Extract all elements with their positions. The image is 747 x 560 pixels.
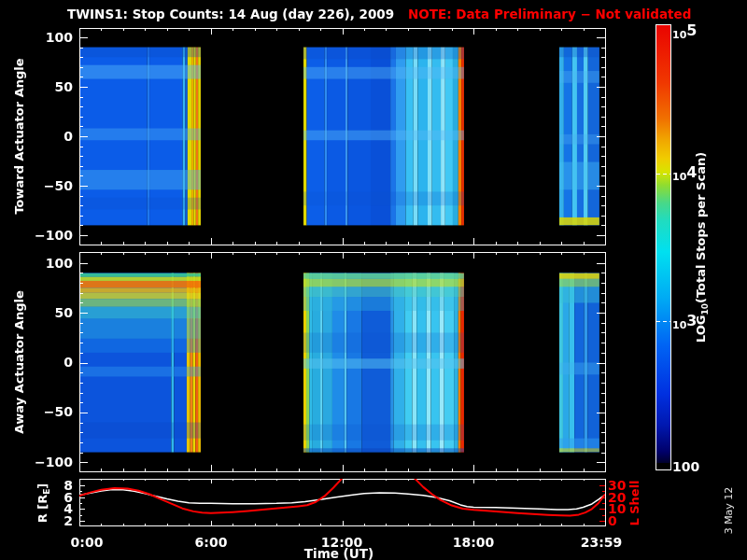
plot-canvas — [0, 0, 747, 560]
away-ytick-m100: −100 — [30, 455, 73, 469]
toward-ytick-m100: −100 — [30, 228, 73, 243]
colorbar-tick-1e5: 105 — [672, 23, 697, 40]
xtick-0600: 6:00 — [178, 535, 244, 550]
away-axis-title: Away Actuator Angle — [12, 290, 27, 433]
lshell-ytick-0: 0 — [608, 513, 617, 528]
away-ytick-100: 100 — [30, 256, 73, 271]
colorbar-title-sub: 10 — [700, 303, 710, 315]
preliminary-note: NOTE: Data Preliminary − Not validated — [408, 7, 691, 21]
page-title: TWINS1: Stop Counts: 14 Aug (day 226), 2… — [67, 7, 394, 21]
plot-page: TWINS1: Stop Counts: 14 Aug (day 226), 2… — [0, 0, 747, 560]
colorbar-title-pre: LOG — [694, 315, 708, 343]
toward-ytick-50: 50 — [30, 79, 73, 94]
xtick-0000: 0:00 — [54, 535, 120, 550]
colorbar-tick-100: 100 — [672, 459, 699, 474]
colorbar-tick-1e5-base: 10 — [672, 30, 686, 40]
away-ytick-0: 0 — [30, 355, 73, 370]
away-ytick-50: 50 — [30, 305, 73, 320]
r-ytick-2: 2 — [30, 513, 73, 528]
colorbar-title-post: (Total Stops per Scan) — [694, 152, 708, 303]
colorbar-tick-1e5-exp: 5 — [686, 23, 697, 38]
colorbar-tick-1e3-base: 10 — [672, 320, 686, 330]
x-axis-title: Time (UT) — [304, 546, 374, 560]
toward-axis-title: Toward Actuator Angle — [12, 58, 27, 214]
date-stamp: 3 May 12 — [722, 487, 737, 535]
away-ytick-m50: −50 — [30, 404, 73, 419]
toward-ytick-0: 0 — [30, 129, 73, 144]
xtick-2359: 23:59 — [569, 535, 634, 550]
toward-ytick-m50: −50 — [30, 178, 73, 193]
toward-ytick-100: 100 — [30, 30, 73, 45]
lshell-axis-title: L Shell — [627, 480, 642, 525]
colorbar-title: LOG10(Total Stops per Scan) — [694, 152, 712, 343]
xtick-1800: 18:00 — [441, 535, 506, 550]
colorbar-tick-1e4-base: 10 — [672, 172, 686, 182]
